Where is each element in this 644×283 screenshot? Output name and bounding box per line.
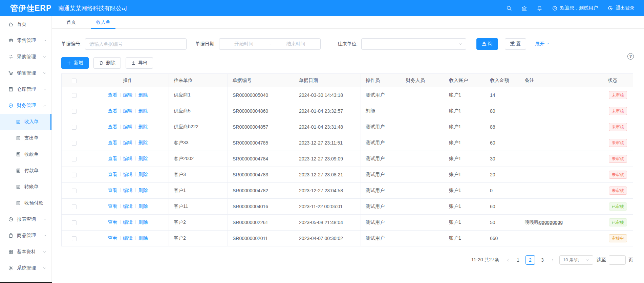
bank-icon[interactable] <box>521 5 527 11</box>
divider <box>120 236 121 240</box>
sidebar-item-system[interactable]: 系统管理 <box>0 260 51 276</box>
cell-partner: 客户2 <box>169 215 228 231</box>
edit-link[interactable]: 编辑 <box>123 235 133 241</box>
edit-link[interactable]: 编辑 <box>123 92 133 97</box>
table-row: 查看编辑删除客户1SR000000047822023-12-27 23:04:5… <box>62 183 633 199</box>
view-link[interactable]: 查看 <box>108 92 117 97</box>
edit-link[interactable]: 编辑 <box>123 203 133 209</box>
view-link[interactable]: 查看 <box>108 124 117 129</box>
edit-link[interactable]: 编辑 <box>123 124 133 129</box>
sidebar-item-income-bill[interactable]: 收入单 <box>0 114 51 130</box>
delete-link[interactable]: 删除 <box>138 92 148 97</box>
filter-row: 单据编号: 单据日期: 开始时间 ~ 结束时间 往来单位: 查 询 重 置 展 <box>61 38 633 50</box>
delete-button[interactable]: 删除 <box>93 57 121 69</box>
row-checkbox[interactable] <box>72 204 77 209</box>
user-welcome[interactable]: 欢迎您，测试用户 <box>552 5 598 11</box>
tab-income-bill[interactable]: 收入单 <box>91 16 115 28</box>
search-button[interactable]: 查 询 <box>476 38 498 50</box>
divider <box>135 236 136 240</box>
next-page-icon[interactable] <box>549 255 557 265</box>
select-all-checkbox[interactable] <box>72 79 77 83</box>
export-button[interactable]: 导出 <box>126 57 153 69</box>
cell-bill-no: SR00000004860 <box>228 103 294 119</box>
sidebar-item-goods[interactable]: 商品管理 <box>0 227 51 244</box>
divider <box>135 172 136 176</box>
delete-link[interactable]: 删除 <box>138 203 148 209</box>
delete-link[interactable]: 删除 <box>138 172 148 177</box>
cell-income-amount: 80 <box>485 103 520 119</box>
delete-link[interactable]: 删除 <box>138 108 148 113</box>
edit-link[interactable]: 编辑 <box>123 172 133 177</box>
page-button-2[interactable]: 2 <box>525 255 535 265</box>
row-checkbox[interactable] <box>72 109 77 114</box>
delete-link[interactable]: 删除 <box>138 156 148 161</box>
sidebar-item-warehouse[interactable]: 仓库管理 <box>0 81 51 97</box>
delete-link[interactable]: 删除 <box>138 235 148 241</box>
bell-icon[interactable] <box>537 5 542 11</box>
page-size-select[interactable]: 10 条/页 <box>559 255 593 265</box>
cell-operator: 测试用户 <box>361 135 401 151</box>
jump-page-input[interactable] <box>609 255 626 265</box>
row-checkbox[interactable] <box>72 125 77 130</box>
cell-operator: 测试用户 <box>361 167 401 183</box>
edit-link[interactable]: 编辑 <box>123 108 133 113</box>
sidebar-item-finance[interactable]: 财务管理 <box>0 97 51 114</box>
divider <box>120 140 121 145</box>
row-checkbox[interactable] <box>72 236 77 241</box>
logout-button[interactable]: 退出登录 <box>607 5 635 11</box>
sidebar-item-sales[interactable]: 销售管理 <box>0 65 51 81</box>
row-checkbox[interactable] <box>72 173 77 177</box>
delete-link[interactable]: 删除 <box>138 219 148 225</box>
view-link[interactable]: 查看 <box>108 156 117 161</box>
sidebar-item-prepayment[interactable]: 收预付款 <box>0 195 51 211</box>
sidebar-item-retail[interactable]: 零售管理 <box>0 32 51 49</box>
sidebar-item-expense-bill[interactable]: 支出单 <box>0 130 51 146</box>
delete-link[interactable]: 删除 <box>138 140 148 145</box>
delete-link[interactable]: 删除 <box>138 124 148 129</box>
sidebar-item-purchase[interactable]: 采购管理 <box>0 49 51 65</box>
bill-date-label: 单据日期: <box>195 41 216 47</box>
view-link[interactable]: 查看 <box>108 140 117 145</box>
divider <box>120 204 121 208</box>
view-link[interactable]: 查看 <box>108 188 117 193</box>
pagination: 11-20 共27条 123 10 条/页 跳至 页 <box>61 255 633 265</box>
edit-link[interactable]: 编辑 <box>123 140 133 145</box>
edit-link[interactable]: 编辑 <box>123 219 133 225</box>
row-checkbox[interactable] <box>72 189 77 193</box>
col-checkbox <box>62 74 87 87</box>
sidebar-item-receipt-bill[interactable]: 收款单 <box>0 146 51 162</box>
view-link[interactable]: 查看 <box>108 108 117 113</box>
cell-income-amount: 88 <box>485 119 520 135</box>
row-checkbox[interactable] <box>72 220 77 225</box>
view-link[interactable]: 查看 <box>108 219 117 225</box>
reset-button[interactable]: 重 置 <box>505 38 527 50</box>
sidebar-item-transfer-bill[interactable]: 转账单 <box>0 179 51 195</box>
view-link[interactable]: 查看 <box>108 172 117 177</box>
delete-link[interactable]: 删除 <box>138 188 148 193</box>
row-checkbox[interactable] <box>72 93 77 98</box>
sidebar-item-basic-data[interactable]: 基本资料 <box>0 244 51 260</box>
bill-no-input[interactable] <box>85 38 187 50</box>
cell-remark <box>520 199 603 215</box>
sidebar-item-reports[interactable]: 报表查询 <box>0 211 51 227</box>
row-checkbox[interactable] <box>72 157 77 161</box>
date-range-picker[interactable]: 开始时间 ~ 结束时间 <box>219 38 321 50</box>
expand-link[interactable]: 展开 <box>535 41 550 47</box>
sidebar-item-home[interactable]: 首页 <box>0 16 51 32</box>
view-link[interactable]: 查看 <box>108 235 117 241</box>
help-icon[interactable]: ? <box>627 53 634 60</box>
page-button-3[interactable]: 3 <box>538 255 547 265</box>
tab-home[interactable]: 首页 <box>61 16 81 28</box>
view-link[interactable]: 查看 <box>108 203 117 209</box>
partner-select[interactable] <box>361 38 466 50</box>
sidebar-item-label: 仓库管理 <box>17 86 36 92</box>
sidebar-item-payment-bill[interactable]: 付款单 <box>0 162 51 179</box>
add-button[interactable]: 新增 <box>61 57 89 69</box>
search-icon[interactable] <box>506 5 512 11</box>
page-button-1[interactable]: 1 <box>513 255 523 265</box>
row-checkbox[interactable] <box>72 141 77 146</box>
edit-link[interactable]: 编辑 <box>123 188 133 193</box>
edit-link[interactable]: 编辑 <box>123 156 133 161</box>
doc-icon <box>16 200 21 206</box>
prev-page-icon[interactable] <box>504 255 512 265</box>
